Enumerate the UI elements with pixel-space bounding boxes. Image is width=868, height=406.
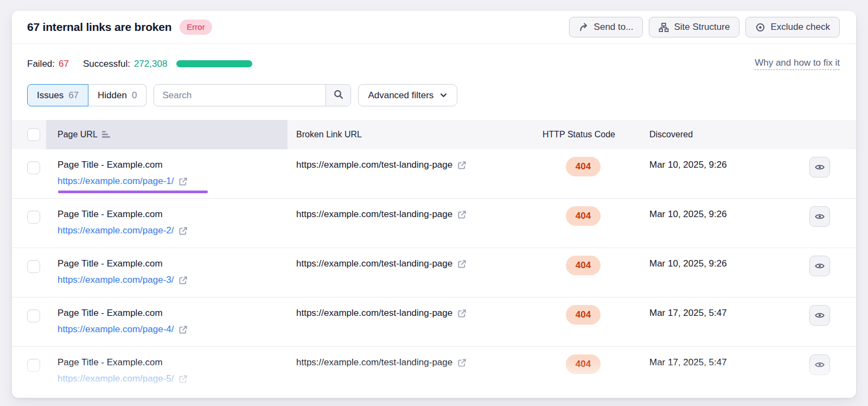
column-header-discovered-label: Discovered — [649, 130, 693, 139]
discovered-date: Mar 10, 2025, 9:26 — [649, 158, 727, 172]
site-structure-button[interactable]: Site Structure — [649, 17, 739, 37]
table-row: Page Title - Example.com https://example… — [12, 248, 856, 297]
external-link-icon[interactable] — [178, 325, 188, 334]
error-badge: Error — [180, 20, 212, 35]
broken-link-url-cell: https://example.com/test-landing-page — [296, 257, 467, 270]
tab-hidden-count: 0 — [132, 90, 137, 101]
page-title-text: Page Title - Example.com — [58, 257, 163, 270]
external-link-icon[interactable] — [178, 226, 188, 236]
why-how-to-fix-link[interactable]: Why and how to fix it — [755, 58, 840, 70]
broken-link-url-cell: https://example.com/test-landing-page — [296, 158, 467, 172]
page-title-text: Page Title - Example.com — [58, 307, 163, 320]
stats-row: Failed: 67 Successful: 272,308 Why and h… — [12, 44, 856, 70]
table-body: Page Title - Example.com https://example… — [12, 149, 856, 396]
broken-link-url-cell: https://example.com/test-landing-page — [296, 356, 467, 369]
page-url-cell: https://example.com/page-2/ — [58, 224, 188, 237]
row-select-cell — [27, 260, 40, 275]
column-header-http-status: HTTP Status Code — [542, 120, 615, 149]
page-title: 67 internal links are broken — [27, 21, 171, 34]
failed-value: 67 — [59, 59, 69, 69]
http-status-cell: 404 — [566, 206, 601, 226]
page-url-link[interactable]: https://example.com/page-5/ — [58, 372, 174, 385]
eye-icon — [814, 261, 825, 271]
tab-issues[interactable]: Issues 67 — [27, 84, 88, 106]
row-checkbox[interactable] — [27, 260, 40, 273]
send-arrow-icon — [579, 22, 589, 33]
table-row: Page Title - Example.com https://example… — [12, 297, 856, 347]
table-row: Page Title - Example.com https://example… — [12, 347, 856, 396]
eye-icon — [814, 211, 825, 222]
tab-hidden[interactable]: Hidden 0 — [88, 84, 146, 106]
row-checkbox[interactable] — [27, 211, 40, 224]
page-url-link[interactable]: https://example.com/page-4/ — [58, 323, 174, 336]
row-checkbox[interactable] — [27, 161, 40, 174]
header-actions: Send to... Site Structure Exclude check — [569, 17, 840, 37]
hide-issue-button[interactable] — [809, 354, 830, 375]
hide-issue-cell — [809, 206, 830, 227]
external-link-icon[interactable] — [457, 358, 467, 367]
select-all-checkbox[interactable] — [27, 128, 40, 141]
search-icon — [333, 89, 344, 101]
http-status-cell: 404 — [566, 157, 601, 176]
status-badge: 404 — [566, 305, 601, 325]
failed-label: Failed: — [27, 59, 55, 69]
exclude-check-label: Exclude check — [770, 22, 830, 33]
search-input[interactable] — [154, 85, 326, 106]
exclude-check-button[interactable]: Exclude check — [745, 17, 840, 37]
external-link-icon[interactable] — [457, 309, 467, 318]
page-url-cell: https://example.com/page-5/ — [58, 372, 188, 385]
page-title-text: Page Title - Example.com — [58, 356, 163, 369]
external-link-icon[interactable] — [178, 177, 188, 186]
external-link-icon[interactable] — [457, 259, 467, 269]
hide-issue-button[interactable] — [809, 305, 830, 326]
broken-link-url-text: https://example.com/test-landing-page — [296, 307, 452, 320]
advanced-filters-label: Advanced filters — [368, 90, 433, 101]
row-checkbox[interactable] — [27, 359, 40, 372]
hide-issue-button[interactable] — [809, 256, 830, 276]
send-to-button[interactable]: Send to... — [569, 17, 643, 37]
search-button[interactable] — [326, 85, 350, 106]
advanced-filters-button[interactable]: Advanced filters — [358, 84, 457, 106]
issues-hidden-tabs: Issues 67 Hidden 0 — [27, 84, 146, 106]
external-link-icon[interactable] — [178, 276, 188, 285]
page-url-cell: https://example.com/page-1/ — [58, 175, 188, 188]
broken-link-url-text: https://example.com/test-landing-page — [296, 208, 452, 221]
hide-issue-button[interactable] — [809, 206, 830, 227]
external-link-icon[interactable] — [457, 161, 467, 170]
filter-bar: Issues 67 Hidden 0 Advanced filters — [12, 70, 856, 106]
send-to-label: Send to... — [594, 22, 634, 33]
page-url-cell: https://example.com/page-3/ — [58, 274, 188, 287]
page-title-text: Page Title - Example.com — [58, 208, 163, 221]
broken-link-url-text: https://example.com/test-landing-page — [296, 257, 452, 270]
column-header-page-url[interactable]: Page URL — [58, 120, 111, 149]
row-select-cell — [27, 161, 40, 176]
search-box — [154, 84, 351, 106]
row-select-cell — [27, 309, 40, 325]
title-bar: 67 internal links are broken Error Send … — [12, 11, 856, 44]
page-url-link[interactable]: https://example.com/page-3/ — [58, 274, 174, 287]
hide-issue-button[interactable] — [809, 157, 830, 177]
successful-label: Successful: — [83, 59, 130, 69]
tab-hidden-label: Hidden — [98, 90, 127, 101]
http-status-cell: 404 — [566, 354, 601, 374]
page-url-link[interactable]: https://example.com/page-2/ — [58, 224, 174, 237]
http-status-cell: 404 — [566, 256, 601, 275]
broken-link-url-cell: https://example.com/test-landing-page — [296, 208, 467, 221]
external-link-icon[interactable] — [178, 375, 188, 384]
row-checkbox[interactable] — [27, 309, 40, 322]
column-header-broken-link-url: Broken Link URL — [296, 120, 362, 149]
table-header: Page URL Broken Link URL HTTP Status Cod… — [12, 120, 856, 149]
select-all-cell — [27, 120, 40, 149]
status-badge: 404 — [566, 157, 601, 176]
tab-issues-count: 67 — [68, 90, 79, 101]
external-link-icon[interactable] — [457, 210, 467, 219]
hide-issue-cell — [809, 157, 830, 177]
status-badge: 404 — [566, 206, 601, 226]
status-badge: 404 — [566, 256, 601, 275]
successful-value: 272,308 — [134, 59, 167, 69]
page-url-link[interactable]: https://example.com/page-1/ — [58, 175, 174, 188]
http-status-cell: 404 — [566, 305, 601, 325]
column-header-discovered: Discovered — [649, 120, 693, 149]
table-row: Page Title - Example.com https://example… — [12, 199, 856, 248]
discovered-date: Mar 17, 2025, 5:47 — [649, 356, 727, 369]
